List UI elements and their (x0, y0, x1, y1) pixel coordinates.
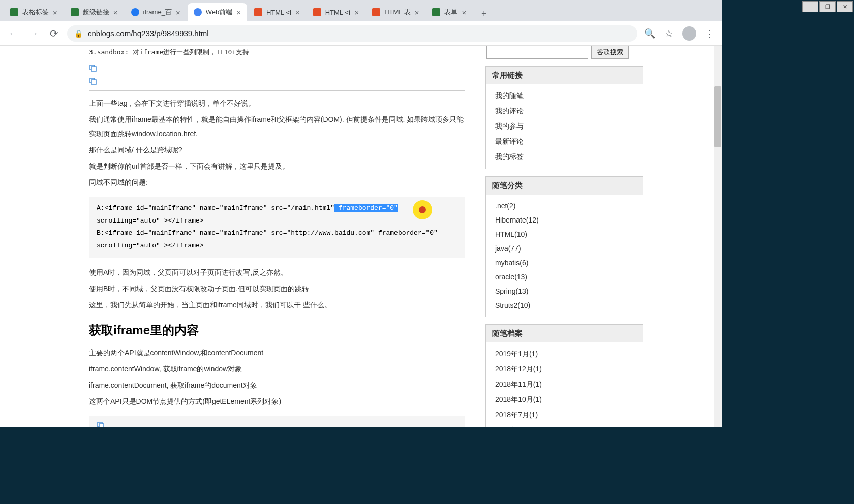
search-button[interactable]: 谷歌搜索 (591, 46, 629, 59)
sidebar-link[interactable]: mybatis(6) (486, 256, 643, 270)
minimize-button[interactable]: ─ (802, 1, 818, 12)
new-tab-button[interactable]: + (476, 6, 492, 21)
paragraph: 主要的两个API就是contentWindow,和contentDocument (89, 345, 465, 360)
paragraph: 使用B时，不同域，父页面没有权限改动子页面,但可以实现页面的跳转 (89, 281, 465, 296)
paragraph: 上面一些tag，会在下文进行穿插说明，单个不好说。 (89, 96, 465, 110)
svg-rect-1 (92, 67, 96, 71)
sidebar-link[interactable]: Spring(13) (486, 284, 643, 298)
code-text: 3.sandbox: 对iframe进行一些列限制，IE10+支持 (89, 46, 465, 59)
sidebar-link[interactable]: 2018年12月(1) (486, 362, 643, 377)
tab-close-icon[interactable]: × (295, 8, 300, 17)
paragraph: 同域不同域的问题: (89, 175, 465, 190)
favicon-icon (313, 8, 321, 16)
sidebar-link[interactable]: Struts2(10) (486, 298, 643, 312)
paragraph: 使用A时，因为同域，父页面可以对子页面进行改写,反之亦然。 (89, 265, 465, 279)
tab-close-icon[interactable]: × (176, 8, 180, 17)
scrollbar-vertical[interactable] (714, 46, 722, 427)
url-text: cnblogs.com/hq233/p/9849939.html (88, 29, 209, 38)
tab-item[interactable]: HTML <i× (248, 3, 306, 21)
favicon-icon (194, 8, 202, 16)
close-window-button[interactable]: ✕ (837, 1, 853, 12)
sidebar-title: 随笔档案 (486, 325, 643, 342)
tab-item-active[interactable]: Web前端× (188, 3, 247, 21)
tab-item[interactable]: 表格标签× (4, 3, 64, 21)
sidebar-link[interactable]: Hibernate(12) (486, 213, 643, 227)
sidebar-link[interactable]: 我的标签 (486, 149, 643, 165)
copy-icon[interactable] (97, 421, 105, 427)
code-block[interactable]: var iframe = document.getElementById("if… (89, 416, 465, 427)
profile-avatar[interactable] (682, 26, 696, 41)
sidebar-link[interactable]: .net(2) (486, 199, 643, 213)
back-button[interactable]: ← (6, 26, 20, 41)
browser-window: 表格标签× 超级链接× iframe_百× Web前端× HTML <i× HT… (0, 0, 722, 427)
tab-item[interactable]: HTML <f× (307, 3, 365, 21)
sidebar-link[interactable]: 我的参与 (486, 119, 643, 134)
favicon-icon (372, 8, 380, 16)
tab-item[interactable]: 超级链接× (65, 3, 124, 21)
favicon-icon (71, 8, 79, 16)
sidebar-link[interactable]: 2018年10月(1) (486, 392, 643, 407)
tab-close-icon[interactable]: × (113, 8, 118, 17)
paragraph: 那什么是同域/ 什么是跨域呢? (89, 143, 465, 157)
sidebar-link[interactable]: 最新评论 (486, 134, 643, 149)
lock-icon: 🔒 (74, 29, 83, 38)
search-input[interactable] (486, 46, 588, 59)
forward-button[interactable]: → (26, 26, 41, 41)
paragraph: 我们通常使用iframe最基本的特性，就是能自由操作iframe和父框架的内容(… (89, 112, 465, 141)
tab-strip: 表格标签× 超级链接× iframe_百× Web前端× HTML <i× HT… (0, 0, 722, 21)
sidebar-link[interactable]: oracle(13) (486, 270, 643, 284)
copy-icon[interactable] (89, 77, 97, 85)
svg-rect-3 (92, 80, 96, 84)
tab-item[interactable]: 表单× (426, 3, 472, 21)
sidebar-link[interactable]: 2018年7月(1) (486, 407, 643, 423)
sidebar-link[interactable]: HTML(10) (486, 227, 643, 241)
favicon-icon (254, 8, 262, 16)
sidebar-section: 常用链接 我的随笔 我的评论 我的参与 最新评论 我的标签 (485, 66, 643, 169)
paragraph: iframe.contentWindow, 获取iframe的window对象 (89, 362, 465, 376)
tab-item[interactable]: HTML 表× (366, 3, 425, 21)
tab-close-icon[interactable]: × (53, 8, 57, 17)
menu-icon[interactable]: ⋮ (704, 27, 716, 40)
paragraph: iframe.contentDocument, 获取iframe的documen… (89, 378, 465, 392)
tab-close-icon[interactable]: × (354, 8, 359, 17)
sidebar-title: 随笔分类 (486, 177, 643, 195)
tab-close-icon[interactable]: × (236, 8, 241, 17)
svg-rect-5 (99, 424, 104, 427)
url-input[interactable]: 🔒 cnblogs.com/hq233/p/9849939.html (67, 25, 637, 42)
maximize-button[interactable]: ❐ (819, 1, 836, 12)
tab-close-icon[interactable]: × (415, 8, 419, 17)
favicon-icon (432, 8, 440, 16)
tab-close-icon[interactable]: × (462, 8, 466, 17)
bookmark-icon[interactable]: ☆ (663, 27, 675, 40)
paragraph: 这里，我们先从简单的开始，当主页面和iframe同域时，我们可以干 些什么。 (89, 298, 465, 312)
paragraph: 就是判断你的url首部是否一样，下面会有讲解，这里只是提及。 (89, 159, 465, 173)
sidebar-section: 随笔分类 .net(2) Hibernate(12) HTML(10) java… (485, 176, 643, 317)
sidebar-link[interactable]: 我的评论 (486, 104, 643, 119)
copy-icon[interactable] (89, 64, 97, 72)
paragraph: 这两个API只是DOM节点提供的方式(即getELement系列对象) (89, 394, 465, 408)
page-content: 3.sandbox: 对iframe进行一些列限制，IE10+支持 上面一些ta… (0, 46, 722, 427)
favicon-icon (131, 8, 139, 16)
zoom-icon[interactable]: 🔍 (644, 27, 656, 40)
sidebar-link[interactable]: java(77) (486, 241, 643, 256)
sidebar-link[interactable]: 我的随笔 (486, 88, 643, 104)
code-block[interactable]: A:<iframe id="mainIframe" name="mainIfra… (89, 197, 465, 258)
address-bar: ← → ⟳ 🔒 cnblogs.com/hq233/p/9849939.html… (0, 21, 722, 46)
scrollbar-thumb[interactable] (714, 86, 721, 147)
section-heading: 获取iframe里的内容 (89, 322, 465, 338)
selected-text: frameborder="0" (334, 204, 398, 212)
sidebar-link[interactable]: 2019年1月(1) (486, 346, 643, 362)
sidebar-link[interactable]: 2018年5月(1) (486, 423, 643, 427)
sidebar-title: 常用链接 (486, 67, 643, 84)
sidebar-link[interactable]: 2018年11月(1) (486, 377, 643, 392)
favicon-icon (10, 8, 18, 16)
sidebar-section: 随笔档案 2019年1月(1) 2018年12月(1) 2018年11月(1) … (485, 324, 643, 427)
cursor-highlight-icon (413, 200, 432, 219)
reload-button[interactable]: ⟳ (47, 26, 61, 41)
tab-item[interactable]: iframe_百× (125, 3, 187, 21)
